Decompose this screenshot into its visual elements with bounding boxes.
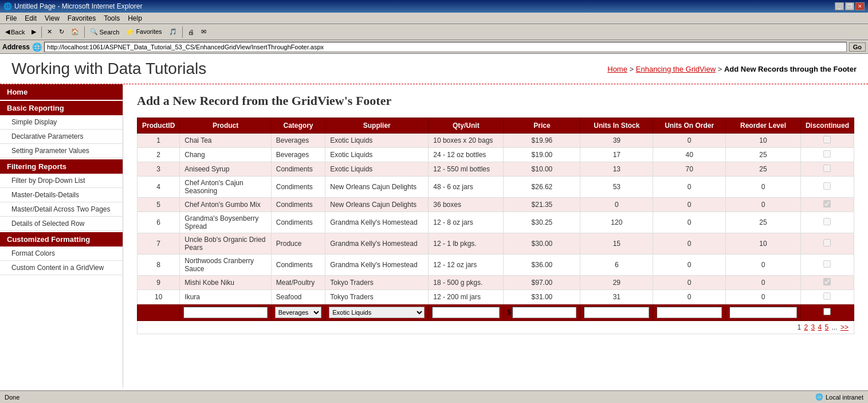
page-icon: 🌐 [32,42,42,52]
grid-cell [800,177,854,198]
footer-product-input[interactable] [183,307,267,318]
col-header-price: Price [504,118,580,134]
footer-discontinued-checkbox[interactable] [823,308,831,315]
stop-button[interactable]: ✕ [44,26,55,38]
sidebar-item-master-details[interactable]: Master-Details-Details [0,188,123,202]
col-header-discontinued: Discontinued [800,118,854,134]
grid-cell: 0 [726,198,801,212]
grid-cell: 70 [653,162,726,177]
search-icon: 🔍 [90,28,98,36]
address-input[interactable] [44,42,847,52]
media-button[interactable]: 🎵 [166,26,180,38]
grid-cell: Exotic Liquids [325,162,429,177]
restore-button[interactable]: ❐ [845,2,854,10]
pager-next[interactable]: >> [840,323,849,331]
mail-button[interactable]: ✉ [198,26,209,38]
menu-view[interactable]: View [41,14,63,23]
home-button[interactable]: 🏠 [68,26,82,38]
grid-cell: 12 - 550 ml bottles [429,162,504,177]
go-button[interactable]: Go [849,42,866,52]
grid-cell: 10 [726,233,801,255]
table-row: 4Chef Anton's Cajun SeasoningCondimentsN… [138,177,854,198]
grid-cell: 39 [580,134,653,148]
col-header-productid: ProductID [138,118,180,134]
forward-button[interactable]: ▶ [29,26,39,38]
grid-cell: 36 boxes [429,198,504,212]
grid-cell: 0 [653,233,726,255]
sidebar-item-setting-parameter-values[interactable]: Setting Parameter Values [0,144,123,158]
sidebar-item-declarative-parameters[interactable]: Declarative Parameters [0,130,123,144]
grid-cell: 31 [580,290,653,304]
breadcrumb: Home > Enhancing the GridView > Add New … [607,65,857,73]
pager-4[interactable]: 4 [818,323,822,331]
forward-icon: ▶ [32,28,36,36]
grid-cell: 0 [726,255,801,276]
minimize-button[interactable]: _ [835,2,844,10]
footer-cell-id [138,304,180,321]
close-button[interactable]: ✕ [855,2,865,10]
back-button[interactable]: ◀ Back [2,26,28,38]
pager-2[interactable]: 2 [804,323,808,331]
footer-supplier-select[interactable]: Exotic Liquids New Orleans Cajun Delight… [329,307,425,318]
favorites-button[interactable]: ⭐ Favorites [123,26,164,38]
sidebar-section-customized-formatting[interactable]: Customized Formatting [0,232,123,247]
window-title: Untitled Page - Microsoft Internet Explo… [14,2,142,10]
pager-3[interactable]: 3 [811,323,815,331]
grid-cell: Exotic Liquids [325,134,429,148]
menu-help[interactable]: Help [124,14,146,23]
sidebar-item-details-selected-row[interactable]: Details of Selected Row [0,217,123,231]
col-header-order: Units On Order [653,118,726,134]
footer-stock-input[interactable] [584,307,649,318]
grid-cell: Ikura [180,290,271,304]
breadcrumb-home[interactable]: Home [607,65,627,73]
grid-cell: 6 [580,255,653,276]
toolbar-separator-2 [84,26,85,38]
sidebar-home[interactable]: Home [0,84,123,100]
footer-price-input[interactable] [512,307,576,318]
menu-file[interactable]: File [2,14,20,23]
grid-cell: Grandma Kelly's Homestead [325,212,429,233]
col-header-supplier: Supplier [325,118,429,134]
sidebar-item-format-colors[interactable]: Format Colors [0,247,123,261]
pager-5[interactable]: 5 [825,323,829,331]
search-button[interactable]: 🔍 Search [87,26,122,38]
grid-cell: 10 [726,134,801,148]
footer-order-input[interactable] [657,307,722,318]
address-label: Address [2,43,30,51]
grid-cell [800,276,854,290]
menu-tools[interactable]: Tools [100,14,123,23]
sidebar-item-filter-dropdown[interactable]: Filter by Drop-Down List [0,174,123,188]
sidebar-section-basic-reporting[interactable]: Basic Reporting [0,101,123,115]
sidebar-section-filtering-reports[interactable]: Filtering Reports [0,159,123,174]
grid-cell: 12 - 200 ml jars [429,290,504,304]
grid-cell: Condiments [271,162,325,177]
breadcrumb-current: Add New Records through the Footer [724,65,857,73]
sidebar-item-simple-display[interactable]: Simple Display [0,115,123,130]
grid-cell: New Orleans Cajun Delights [325,177,429,198]
grid-cell: $19.00 [504,148,580,162]
sidebar-item-custom-content-gridview[interactable]: Custom Content in a GridView [0,261,123,275]
print-button[interactable]: 🖨 [185,26,197,38]
footer-qty-input[interactable] [432,307,500,318]
toolbar-separator-3 [182,26,183,38]
grid-cell: 0 [653,255,726,276]
footer-cell-discontinued [800,304,854,321]
grid-cell: Northwoods Cranberry Sauce [180,255,271,276]
breadcrumb-section[interactable]: Enhancing the GridView [636,65,716,73]
menu-edit[interactable]: Edit [21,14,40,23]
grid-cell: 2 [138,148,180,162]
grid-cell: Mishi Kobe Niku [180,276,271,290]
grid-cell: Grandma Kelly's Homestead [325,233,429,255]
footer-category-select[interactable]: Beverages Condiments Produce Meat/Poultr… [275,307,322,318]
grid-cell: 12 - 8 oz jars [429,212,504,233]
grid-cell: Aniseed Syrup [180,162,271,177]
sidebar-item-master-detail-two-pages[interactable]: Master/Detail Across Two Pages [0,202,123,217]
grid-cell [800,148,854,162]
table-row: 5Chef Anton's Gumbo MixCondimentsNew Orl… [138,198,854,212]
pager: 1 2 3 4 5 ... >> [137,321,854,334]
refresh-button[interactable]: ↻ [56,26,67,38]
footer-reorder-input[interactable] [729,307,797,318]
grid-cell: New Orleans Cajun Delights [325,198,429,212]
grid-cell: Seafood [271,290,325,304]
menu-favorites[interactable]: Favorites [64,14,99,23]
